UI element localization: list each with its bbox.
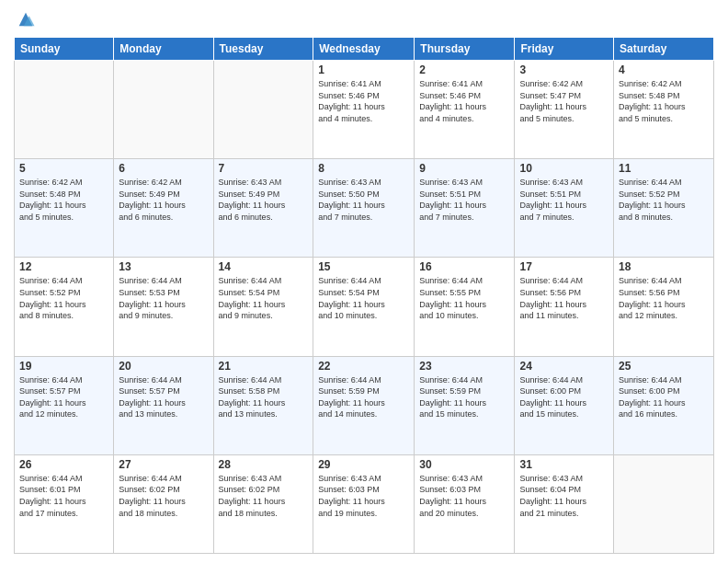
- calendar-cell: 7Sunrise: 6:43 AM Sunset: 5:49 PM Daylig…: [213, 159, 313, 258]
- day-info: Sunrise: 6:44 AM Sunset: 6:00 PM Dayligh…: [519, 374, 609, 420]
- calendar-cell: 16Sunrise: 6:44 AM Sunset: 5:55 PM Dayli…: [415, 258, 515, 356]
- day-number: 23: [419, 360, 509, 373]
- day-info: Sunrise: 6:44 AM Sunset: 6:00 PM Dayligh…: [619, 374, 709, 420]
- day-number: 24: [519, 360, 609, 373]
- calendar-cell: 11Sunrise: 6:44 AM Sunset: 5:52 PM Dayli…: [614, 159, 714, 258]
- calendar-table: SundayMondayTuesdayWednesdayThursdayFrid…: [14, 37, 714, 554]
- day-info: Sunrise: 6:44 AM Sunset: 5:55 PM Dayligh…: [419, 275, 509, 321]
- day-info: Sunrise: 6:44 AM Sunset: 5:54 PM Dayligh…: [318, 275, 409, 321]
- calendar-cell: 20Sunrise: 6:44 AM Sunset: 5:57 PM Dayli…: [114, 356, 213, 454]
- day-info: Sunrise: 6:44 AM Sunset: 5:59 PM Dayligh…: [318, 374, 409, 420]
- day-info: Sunrise: 6:42 AM Sunset: 5:49 PM Dayligh…: [119, 177, 208, 223]
- day-number: 6: [119, 162, 208, 175]
- day-info: Sunrise: 6:43 AM Sunset: 6:03 PM Dayligh…: [419, 473, 509, 519]
- calendar-week-2: 5Sunrise: 6:42 AM Sunset: 5:48 PM Daylig…: [15, 159, 714, 258]
- logo: [14, 13, 36, 29]
- weekday-header-wednesday: Wednesday: [313, 38, 415, 61]
- calendar-cell: [614, 454, 714, 553]
- calendar-cell: [15, 61, 114, 159]
- day-number: 20: [119, 360, 208, 373]
- day-number: 3: [519, 63, 609, 76]
- calendar-cell: 17Sunrise: 6:44 AM Sunset: 5:56 PM Dayli…: [515, 258, 614, 356]
- day-number: 26: [19, 458, 108, 471]
- day-number: 12: [19, 260, 108, 273]
- calendar-cell: [213, 61, 313, 159]
- day-number: 13: [119, 260, 208, 273]
- logo-icon: [16, 9, 36, 29]
- calendar-cell: 31Sunrise: 6:43 AM Sunset: 6:04 PM Dayli…: [515, 454, 614, 553]
- calendar-cell: 8Sunrise: 6:43 AM Sunset: 5:50 PM Daylig…: [313, 159, 415, 258]
- day-number: 1: [318, 63, 409, 76]
- day-info: Sunrise: 6:43 AM Sunset: 5:50 PM Dayligh…: [318, 177, 409, 223]
- calendar-cell: [114, 61, 213, 159]
- day-info: Sunrise: 6:41 AM Sunset: 5:46 PM Dayligh…: [318, 78, 409, 124]
- calendar-week-3: 12Sunrise: 6:44 AM Sunset: 5:52 PM Dayli…: [15, 258, 714, 356]
- weekday-header-sunday: Sunday: [15, 38, 114, 61]
- day-info: Sunrise: 6:43 AM Sunset: 6:03 PM Dayligh…: [318, 473, 409, 519]
- day-info: Sunrise: 6:44 AM Sunset: 5:56 PM Dayligh…: [519, 275, 609, 321]
- weekday-header-monday: Monday: [114, 38, 213, 61]
- day-info: Sunrise: 6:42 AM Sunset: 5:47 PM Dayligh…: [519, 78, 609, 124]
- day-number: 29: [318, 458, 409, 471]
- day-info: Sunrise: 6:44 AM Sunset: 6:02 PM Dayligh…: [119, 473, 208, 519]
- weekday-header-saturday: Saturday: [614, 38, 714, 61]
- calendar-cell: 23Sunrise: 6:44 AM Sunset: 5:59 PM Dayli…: [415, 356, 515, 454]
- day-info: Sunrise: 6:44 AM Sunset: 5:59 PM Dayligh…: [419, 374, 509, 420]
- day-info: Sunrise: 6:43 AM Sunset: 6:04 PM Dayligh…: [519, 473, 609, 519]
- day-number: 28: [219, 458, 309, 471]
- calendar-cell: 15Sunrise: 6:44 AM Sunset: 5:54 PM Dayli…: [313, 258, 415, 356]
- day-number: 11: [619, 162, 709, 175]
- calendar-cell: 6Sunrise: 6:42 AM Sunset: 5:49 PM Daylig…: [114, 159, 213, 258]
- day-number: 25: [619, 360, 709, 373]
- page: SundayMondayTuesdayWednesdayThursdayFrid…: [0, 0, 728, 563]
- weekday-header-thursday: Thursday: [415, 38, 515, 61]
- calendar-cell: 4Sunrise: 6:42 AM Sunset: 5:48 PM Daylig…: [614, 61, 714, 159]
- day-number: 21: [219, 360, 309, 373]
- weekday-header-friday: Friday: [515, 38, 614, 61]
- calendar-cell: 27Sunrise: 6:44 AM Sunset: 6:02 PM Dayli…: [114, 454, 213, 553]
- day-info: Sunrise: 6:44 AM Sunset: 5:57 PM Dayligh…: [19, 374, 108, 420]
- calendar-week-1: 1Sunrise: 6:41 AM Sunset: 5:46 PM Daylig…: [15, 61, 714, 159]
- calendar-cell: 14Sunrise: 6:44 AM Sunset: 5:54 PM Dayli…: [213, 258, 313, 356]
- calendar-cell: 12Sunrise: 6:44 AM Sunset: 5:52 PM Dayli…: [15, 258, 114, 356]
- calendar-cell: 19Sunrise: 6:44 AM Sunset: 5:57 PM Dayli…: [15, 356, 114, 454]
- day-info: Sunrise: 6:43 AM Sunset: 6:02 PM Dayligh…: [219, 473, 309, 519]
- day-number: 17: [519, 260, 609, 273]
- calendar-week-4: 19Sunrise: 6:44 AM Sunset: 5:57 PM Dayli…: [15, 356, 714, 454]
- calendar-cell: 3Sunrise: 6:42 AM Sunset: 5:47 PM Daylig…: [515, 61, 614, 159]
- calendar-week-5: 26Sunrise: 6:44 AM Sunset: 6:01 PM Dayli…: [15, 454, 714, 553]
- calendar-cell: 1Sunrise: 6:41 AM Sunset: 5:46 PM Daylig…: [313, 61, 415, 159]
- calendar-cell: 5Sunrise: 6:42 AM Sunset: 5:48 PM Daylig…: [15, 159, 114, 258]
- day-info: Sunrise: 6:44 AM Sunset: 5:56 PM Dayligh…: [619, 275, 709, 321]
- day-info: Sunrise: 6:44 AM Sunset: 5:57 PM Dayligh…: [119, 374, 208, 420]
- day-number: 9: [419, 162, 509, 175]
- day-info: Sunrise: 6:42 AM Sunset: 5:48 PM Dayligh…: [619, 78, 709, 124]
- day-number: 2: [419, 63, 509, 76]
- calendar-cell: 28Sunrise: 6:43 AM Sunset: 6:02 PM Dayli…: [213, 454, 313, 553]
- day-info: Sunrise: 6:44 AM Sunset: 5:54 PM Dayligh…: [219, 275, 309, 321]
- day-number: 7: [219, 162, 309, 175]
- day-info: Sunrise: 6:44 AM Sunset: 5:52 PM Dayligh…: [19, 275, 108, 321]
- calendar-cell: 22Sunrise: 6:44 AM Sunset: 5:59 PM Dayli…: [313, 356, 415, 454]
- calendar-cell: 18Sunrise: 6:44 AM Sunset: 5:56 PM Dayli…: [614, 258, 714, 356]
- day-number: 5: [19, 162, 108, 175]
- calendar-cell: 2Sunrise: 6:41 AM Sunset: 5:46 PM Daylig…: [415, 61, 515, 159]
- day-info: Sunrise: 6:43 AM Sunset: 5:51 PM Dayligh…: [419, 177, 509, 223]
- day-info: Sunrise: 6:42 AM Sunset: 5:48 PM Dayligh…: [19, 177, 108, 223]
- day-number: 19: [19, 360, 108, 373]
- calendar-cell: 10Sunrise: 6:43 AM Sunset: 5:51 PM Dayli…: [515, 159, 614, 258]
- day-info: Sunrise: 6:44 AM Sunset: 6:01 PM Dayligh…: [19, 473, 108, 519]
- day-info: Sunrise: 6:41 AM Sunset: 5:46 PM Dayligh…: [419, 78, 509, 124]
- day-info: Sunrise: 6:44 AM Sunset: 5:52 PM Dayligh…: [619, 177, 709, 223]
- day-info: Sunrise: 6:44 AM Sunset: 5:58 PM Dayligh…: [219, 374, 309, 420]
- weekday-header-tuesday: Tuesday: [213, 38, 313, 61]
- day-number: 30: [419, 458, 509, 471]
- calendar-cell: 29Sunrise: 6:43 AM Sunset: 6:03 PM Dayli…: [313, 454, 415, 553]
- day-number: 31: [519, 458, 609, 471]
- day-number: 16: [419, 260, 509, 273]
- day-number: 18: [619, 260, 709, 273]
- calendar-cell: 9Sunrise: 6:43 AM Sunset: 5:51 PM Daylig…: [415, 159, 515, 258]
- calendar-cell: 24Sunrise: 6:44 AM Sunset: 6:00 PM Dayli…: [515, 356, 614, 454]
- day-info: Sunrise: 6:44 AM Sunset: 5:53 PM Dayligh…: [119, 275, 208, 321]
- header: [14, 9, 714, 29]
